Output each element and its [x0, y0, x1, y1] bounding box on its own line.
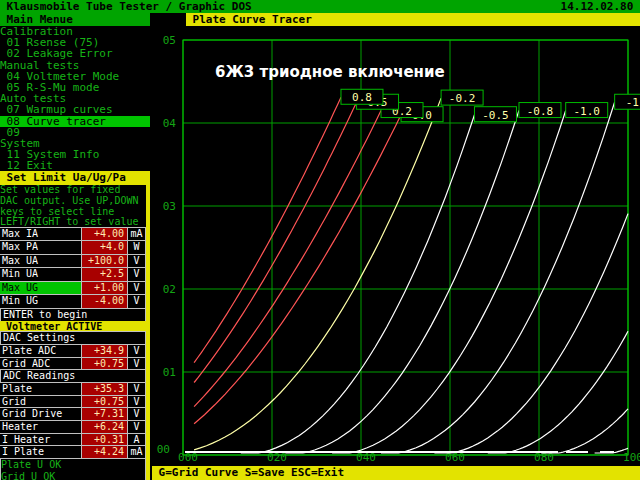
row-value[interactable]: +34.9: [81, 344, 128, 358]
row-unit: V: [127, 395, 146, 409]
set-limit-header: Set Limit Ua/Ug/Pa: [0, 171, 146, 185]
curve-label--1.: -1.: [626, 96, 640, 109]
menu-item-08-curve-tracer[interactable]: 08 Curve tracer: [0, 116, 150, 127]
row-label: Max PA: [0, 240, 82, 255]
row-value: +35.3: [81, 382, 128, 396]
value-row-max-ia[interactable]: Max IA+4.00mA: [0, 228, 146, 242]
row-label: Max UA: [0, 254, 82, 269]
row-unit: A: [127, 433, 146, 447]
curve-vg-unlabeled: [541, 409, 628, 453]
y-tick-label: 00: [157, 443, 170, 456]
row-label: Grid: [0, 395, 82, 409]
row-value: +0.31: [81, 433, 128, 447]
limit-table: Max IA+4.00mAMax PA+4.0WMax UA+100.0VMin…: [0, 228, 146, 309]
curve-vg-unlabeled: [434, 214, 628, 453]
value-row-i-plate: I Plate+4.24mA: [0, 446, 146, 459]
curve-vg-0.0: [194, 115, 401, 424]
status-box: Plate U OK Grid U OK: [0, 458, 146, 480]
value-row-grid-adc[interactable]: Grid ADC+0.75V: [0, 358, 146, 371]
plate-status: Plate U OK: [1, 459, 145, 471]
row-value: +6.24: [81, 420, 128, 434]
value-row-min-ua[interactable]: Min UA+2.5V: [0, 268, 146, 282]
curve-vg--1.: [381, 102, 615, 453]
curve-vg-unlabeled: [488, 331, 628, 453]
curve-label--0.5: -0.5: [482, 109, 509, 122]
y-tick-label: 04: [163, 117, 177, 130]
tube-tester-app: { "titlebar": { "title": " Klausmobile T…: [0, 0, 640, 480]
main-menu: Calibration 01 Rsense (75) 02 Leakage Er…: [0, 26, 150, 171]
row-unit: V: [127, 407, 146, 421]
row-unit: mA: [127, 445, 146, 459]
row-label: Grid ADC: [0, 357, 82, 371]
row-value[interactable]: +1.00: [81, 281, 128, 296]
adc-readings-header: ADC Readings: [0, 369, 146, 383]
row-label: I Plate: [0, 445, 82, 459]
curve-vg--0.8: [285, 111, 519, 454]
row-value[interactable]: +4.00: [81, 227, 128, 242]
curve-label--1.0: -1.0: [573, 105, 600, 118]
row-value[interactable]: +4.0: [81, 240, 128, 255]
row-value: +0.75: [81, 395, 128, 409]
row-value: +4.24: [81, 445, 128, 459]
curve-vg-0.2: [194, 111, 381, 407]
row-label: Plate ADC: [0, 344, 82, 358]
row-unit: V: [127, 357, 146, 371]
command-bar: G=Grid Curve S=Save ESC=Exit: [152, 466, 640, 480]
row-label: Heater: [0, 420, 82, 434]
curve-vg-0.5: [194, 102, 357, 382]
y-tick-label: 05: [163, 34, 176, 47]
row-value: +7.31: [81, 407, 128, 421]
enter-to-begin-row: ENTER to begin: [0, 308, 146, 322]
row-unit: V: [127, 267, 146, 282]
chart-title: 6Ж3 триодное включение: [215, 63, 445, 81]
row-value[interactable]: +0.75: [81, 357, 128, 371]
dac-settings-header: DAC Settings: [0, 331, 146, 345]
set-limit-panel: Set Limit Ua/Ug/Pa Set values for fixed …: [0, 171, 150, 480]
row-label: Max IA: [0, 227, 82, 242]
row-unit: W: [127, 240, 146, 255]
row-unit: V: [127, 420, 146, 434]
menu-item-12-exit[interactable]: 12 Exit: [0, 160, 150, 171]
adc-table: Plate+35.3VGrid+0.75VGrid Drive+7.31VHea…: [0, 383, 146, 459]
row-label: Min UA: [0, 267, 82, 282]
y-tick-label: 03: [163, 200, 176, 213]
row-label: I Heater: [0, 433, 82, 447]
row-label: Max UG: [0, 281, 82, 296]
row-label: Plate: [0, 382, 82, 396]
x-tick-label: 100: [623, 451, 640, 464]
row-unit: V: [127, 281, 146, 296]
value-row-min-ug[interactable]: Min UG-4.00V: [0, 295, 146, 309]
curve-label--0.8: -0.8: [527, 105, 554, 118]
row-value[interactable]: +2.5: [81, 267, 128, 282]
curve-label--0.2: -0.2: [449, 92, 476, 105]
y-tick-label: 01: [163, 366, 176, 379]
value-row-max-ua[interactable]: Max UA+100.0V: [0, 255, 146, 269]
row-value[interactable]: +100.0: [81, 254, 128, 269]
value-row-max-ug[interactable]: Max UG+1.00V: [0, 282, 146, 296]
row-label: Grid Drive: [0, 407, 82, 421]
grid-status: Grid U OK: [1, 471, 145, 480]
menu-item-07-warmup-curves[interactable]: 07 Warmup curves: [0, 104, 150, 115]
row-value[interactable]: -4.00: [81, 294, 128, 309]
row-unit: V: [127, 254, 146, 269]
dac-table: Plate ADC+34.9VGrid ADC+0.75V: [0, 345, 146, 370]
left-panel: Calibration 01 Rsense (75) 02 Leakage Er…: [0, 26, 150, 480]
curve-vg--1.0: [332, 111, 566, 454]
row-unit: V: [127, 382, 146, 396]
curve-vg--0.2: [194, 98, 441, 450]
row-unit: V: [127, 294, 146, 309]
curve-label-0.8: 0.8: [352, 91, 372, 104]
y-tick-label: 02: [163, 283, 176, 296]
value-row-max-pa[interactable]: Max PA+4.0W: [0, 241, 146, 255]
menu-item-02-leakage-error[interactable]: 02 Leakage Error: [0, 48, 150, 59]
row-unit: V: [127, 344, 146, 358]
row-label: Min UG: [0, 294, 82, 309]
row-unit: mA: [127, 227, 146, 242]
